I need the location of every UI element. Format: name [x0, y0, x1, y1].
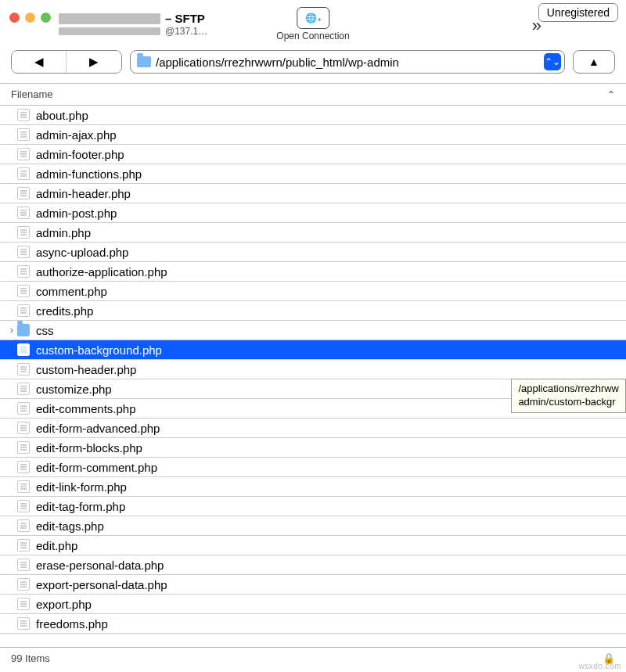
file-row[interactable]: edit-link-form.php [0, 477, 626, 497]
file-name: credits.php [36, 304, 93, 318]
file-row[interactable]: admin-ajax.php [0, 125, 626, 145]
back-button[interactable]: ◀ [12, 51, 67, 73]
file-name: admin-ajax.php [36, 128, 117, 142]
file-name: customize.php [36, 383, 112, 396]
file-name: edit-comments.php [36, 402, 136, 415]
unregistered-badge[interactable]: Unregistered [538, 3, 618, 22]
redacted-username [59, 27, 160, 35]
file-icon [17, 500, 30, 512]
file-name: export.php [36, 598, 92, 611]
navigation-toolbar: ◀ ▶ /applications/rrezhrwwrn/public_html… [0, 45, 626, 84]
globe-plus-icon: 🌐₊ [305, 13, 322, 23]
file-row[interactable]: admin-header.php [0, 184, 626, 203]
file-name: admin-footer.php [36, 148, 124, 161]
file-name: admin-header.php [36, 187, 131, 200]
file-name: edit-form-comment.php [36, 461, 157, 474]
file-row[interactable]: admin-footer.php [0, 145, 626, 164]
path-tooltip: /applications/rrezhrww admin/custom-back… [511, 379, 626, 413]
file-name: admin-post.php [36, 207, 117, 220]
tooltip-line: admin/custom-backgr [518, 396, 619, 409]
file-name: export-personal-data.php [36, 578, 167, 591]
file-icon [17, 598, 30, 610]
titlebar: – SFTP @137.1… 🌐₊ Open Connection » Unre… [0, 0, 626, 45]
file-name: about.php [36, 109, 88, 122]
file-name: erase-personal-data.php [36, 559, 164, 572]
file-icon [17, 265, 30, 278]
file-row[interactable]: edit-form-advanced.php [0, 419, 626, 438]
file-name: custom-background.php [36, 343, 162, 357]
redacted-hostname [59, 13, 160, 24]
file-name: edit-tags.php [36, 519, 104, 533]
file-row[interactable]: authorize-application.php [0, 262, 626, 282]
folder-icon [137, 56, 151, 67]
file-icon [17, 363, 30, 376]
file-row[interactable]: edit-form-blocks.php [0, 438, 626, 458]
file-icon [17, 422, 30, 434]
file-icon [17, 128, 30, 141]
sort-indicator-icon: ⌃ [607, 89, 615, 100]
file-icon [17, 148, 30, 160]
close-window-button[interactable] [9, 13, 20, 23]
file-icon [17, 187, 30, 199]
file-name: custom-header.php [36, 363, 136, 376]
file-icon [17, 539, 30, 552]
file-icon [17, 519, 30, 532]
file-icon [17, 167, 30, 180]
forward-button[interactable]: ▶ [67, 51, 121, 73]
file-icon [17, 226, 30, 239]
file-row[interactable]: edit.php [0, 536, 626, 555]
column-header-row[interactable]: Filename ⌃ [0, 84, 626, 106]
file-row[interactable]: freedoms.php [0, 614, 626, 634]
file-icon [17, 617, 30, 630]
file-row[interactable]: comment.php [0, 282, 626, 301]
folder-icon [17, 324, 30, 336]
file-icon [17, 559, 30, 571]
file-name: freedoms.php [36, 617, 108, 631]
file-icon [17, 578, 30, 591]
go-up-button[interactable]: ▲ [573, 50, 615, 74]
file-name: comment.php [36, 285, 107, 298]
file-row[interactable]: export-personal-data.php [0, 575, 626, 595]
disclosure-triangle-icon[interactable]: › [6, 325, 17, 336]
file-name: admin-functions.php [36, 167, 142, 181]
window-title-suffix: – SFTP [165, 12, 205, 26]
path-combobox[interactable]: /applications/rrezhrwwrn/public_html/wp-… [130, 50, 565, 74]
path-dropdown-button[interactable]: ⌃⌄ [544, 53, 561, 70]
file-row[interactable]: credits.php [0, 301, 626, 321]
file-name: edit-tag-form.php [36, 500, 125, 513]
file-name: edit-link-form.php [36, 480, 127, 494]
file-name: authorize-application.php [36, 265, 167, 279]
zoom-window-button[interactable] [41, 13, 51, 23]
open-connection-label: Open Connection [276, 31, 349, 41]
file-row[interactable]: admin-post.php [0, 203, 626, 223]
file-row[interactable]: edit-tag-form.php [0, 497, 626, 516]
file-row[interactable]: edit-form-comment.php [0, 458, 626, 477]
file-row[interactable]: erase-personal-data.php [0, 555, 626, 575]
file-icon [17, 207, 30, 219]
file-icon [17, 441, 30, 454]
tooltip-line: /applications/rrezhrww [518, 383, 619, 396]
file-icon [17, 480, 30, 493]
file-row[interactable]: export.php [0, 595, 626, 614]
file-row[interactable]: about.php [0, 106, 626, 125]
file-name: css [36, 324, 54, 337]
file-icon [17, 461, 30, 473]
file-name: admin.php [36, 226, 91, 239]
item-count: 99 Items [11, 652, 50, 664]
minimize-window-button[interactable] [25, 13, 35, 23]
history-nav-group: ◀ ▶ [11, 50, 122, 74]
file-row[interactable]: custom-background.php [0, 340, 626, 360]
file-row[interactable]: edit-tags.php [0, 516, 626, 536]
file-row[interactable]: ›css [0, 321, 626, 340]
file-row[interactable]: admin-functions.php [0, 164, 626, 184]
file-row[interactable]: admin.php [0, 223, 626, 243]
window-subtitle: @137.1… [165, 26, 207, 37]
filename-column-header[interactable]: Filename [11, 88, 52, 100]
file-row[interactable]: custom-header.php [0, 360, 626, 379]
file-row[interactable]: async-upload.php [0, 243, 626, 262]
path-text: /applications/rrezhrwwrn/public_html/wp-… [156, 56, 539, 69]
file-icon [17, 383, 30, 395]
file-name: edit-form-advanced.php [36, 422, 160, 435]
window-controls [9, 13, 51, 23]
open-connection-button[interactable]: 🌐₊ Open Connection [276, 7, 349, 41]
